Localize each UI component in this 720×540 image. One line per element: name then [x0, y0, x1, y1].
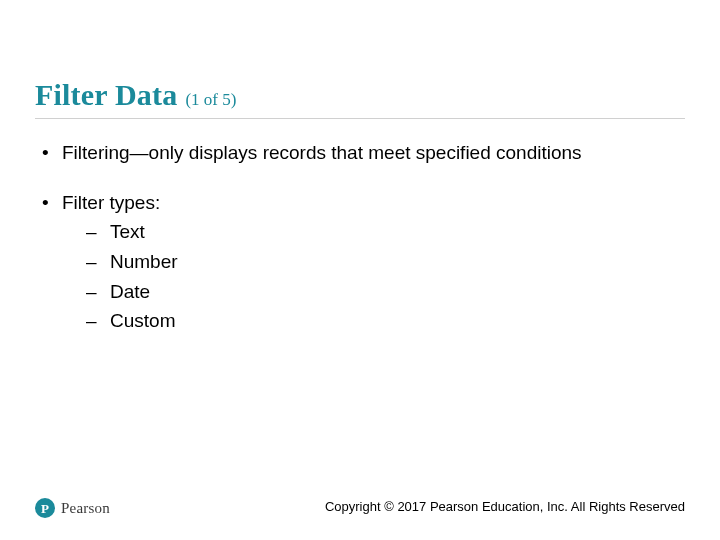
title-pager: (1 of 5)	[185, 90, 236, 110]
sub-bullet-text: Text	[110, 221, 145, 242]
title-divider	[35, 118, 685, 119]
sub-bullet-text: Custom	[110, 310, 175, 331]
sub-bullet-item: – Date	[62, 279, 680, 305]
sub-bullet-text: Number	[110, 251, 178, 272]
title-main: Filter Data	[35, 78, 177, 112]
brand-name: Pearson	[61, 500, 110, 517]
slide: Filter Data (1 of 5) Filtering—only disp…	[0, 0, 720, 540]
bullet-text: Filter types:	[62, 192, 160, 213]
sub-bullet-item: – Number	[62, 249, 680, 275]
sub-bullet-item: – Text	[62, 219, 680, 245]
dash-icon: –	[86, 219, 97, 245]
sub-bullet-text: Date	[110, 281, 150, 302]
sub-bullet-list: – Text – Number – Date – Custom	[62, 219, 680, 334]
dash-icon: –	[86, 249, 97, 275]
logo-mark-icon: P	[35, 498, 55, 518]
bullet-item: Filter types: – Text – Number – Date	[40, 190, 680, 334]
bullet-item: Filtering—only displays records that mee…	[40, 140, 680, 166]
logo-letter: P	[41, 502, 49, 515]
slide-body: Filtering—only displays records that mee…	[40, 140, 680, 358]
dash-icon: –	[86, 308, 97, 334]
slide-title: Filter Data (1 of 5)	[35, 78, 236, 112]
dash-icon: –	[86, 279, 97, 305]
bullet-list: Filtering—only displays records that mee…	[40, 140, 680, 334]
bullet-text: Filtering—only displays records that mee…	[62, 142, 582, 163]
brand-logo: P Pearson	[35, 498, 110, 518]
sub-bullet-item: – Custom	[62, 308, 680, 334]
copyright-text: Copyright © 2017 Pearson Education, Inc.…	[325, 499, 685, 514]
